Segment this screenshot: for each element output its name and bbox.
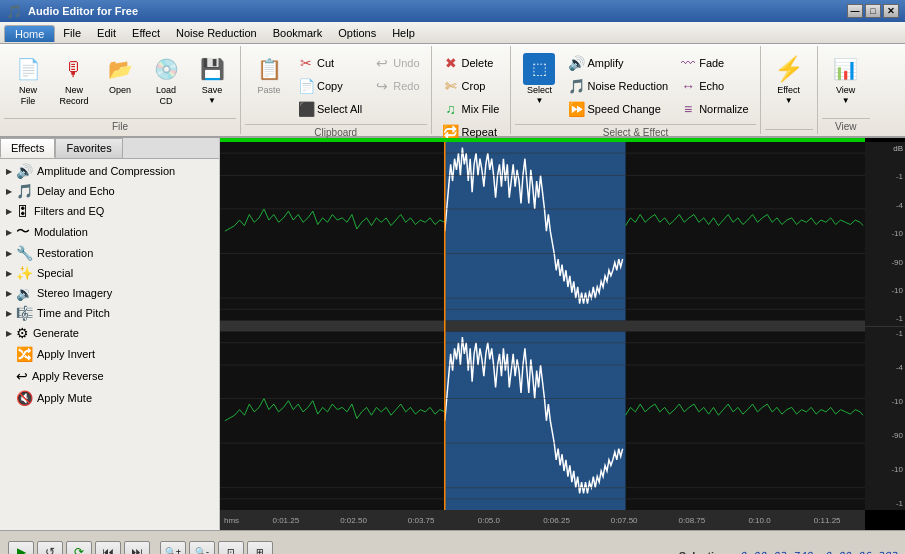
sidebar-item-restoration[interactable]: ▶ 🔧 Restoration — [0, 243, 219, 263]
time-pitch-icon: 🎼 — [16, 305, 33, 321]
undo-icon: ↩ — [374, 55, 390, 71]
speed-change-button[interactable]: ⏩ Speed Change — [563, 98, 673, 120]
expand-arrow-amplitude: ▶ — [6, 167, 12, 176]
select-effect-group-label: Select & Effect — [515, 124, 755, 138]
sidebar-item-apply-reverse[interactable]: ↩ Apply Reverse — [0, 365, 219, 387]
select-button[interactable]: ⬚ Select ▼ — [517, 50, 561, 108]
copy-button[interactable]: 📄 Copy — [293, 75, 367, 97]
waveform-container[interactable]: dB -1 -4 -10 -90 -10 -1 -1 -4 -10 -90 -1… — [220, 138, 905, 530]
sidebar-item-time-pitch[interactable]: ▶ 🎼 Time and Pitch — [0, 303, 219, 323]
generate-label: Generate — [33, 327, 79, 339]
play-button[interactable]: ▶ — [8, 541, 34, 555]
fade-button[interactable]: 〰 Fade — [675, 52, 754, 74]
save-icon: 💾 — [196, 53, 228, 85]
view-group-label: View — [822, 118, 870, 132]
new-record-button[interactable]: 🎙 NewRecord — [52, 50, 96, 110]
redo-button[interactable]: ↪ Redo — [369, 75, 424, 97]
zoom-fit-button[interactable]: ⊡ — [218, 541, 244, 555]
tab-favorites[interactable]: Favorites — [55, 138, 122, 158]
sidebar-items: ▶ 🔊 Amplitude and Compression ▶ 🎵 Delay … — [0, 159, 219, 411]
app-icon: 🎵 — [6, 4, 22, 19]
expand-arrow-restoration: ▶ — [6, 249, 12, 258]
speed-change-icon: ⏩ — [568, 101, 584, 117]
effect-button[interactable]: ⚡ Effect ▼ — [767, 50, 811, 108]
maximize-button[interactable]: □ — [865, 4, 881, 18]
time-pitch-label: Time and Pitch — [37, 307, 110, 319]
app-title: Audio Editor for Free — [28, 5, 138, 17]
selection-label: Selection: — [671, 550, 731, 554]
minimize-button[interactable]: — — [847, 4, 863, 18]
undo-label: Undo — [393, 57, 419, 69]
sidebar-item-delay[interactable]: ▶ 🎵 Delay and Echo — [0, 181, 219, 201]
sidebar-item-special[interactable]: ▶ ✨ Special — [0, 263, 219, 283]
crop-icon: ✄ — [443, 78, 459, 94]
menu-file[interactable]: File — [55, 25, 89, 41]
menu-noise[interactable]: Noise Reduction — [168, 25, 265, 41]
sidebar-item-amplitude[interactable]: ▶ 🔊 Amplitude and Compression — [0, 161, 219, 181]
ribbon-group-file: 📄 NewFile 🎙 NewRecord 📂 Open 💿 LoadCD 💾 … — [0, 46, 241, 134]
ribbon-group-view: 📊 View ▼ View — [818, 46, 874, 134]
open-button[interactable]: 📂 Open — [98, 50, 142, 99]
loop-button[interactable]: ⟳ — [66, 541, 92, 555]
tab-effects[interactable]: Effects — [0, 138, 55, 158]
new-file-button[interactable]: 📄 NewFile — [6, 50, 50, 110]
sidebar-tabs: Effects Favorites — [0, 138, 219, 159]
echo-button[interactable]: ↔ Echo — [675, 75, 754, 97]
noise-reduction-button[interactable]: 🎵 Noise Reduction — [563, 75, 673, 97]
select-label: Select — [527, 85, 552, 96]
modulation-icon: 〜 — [16, 223, 30, 241]
sidebar-item-generate[interactable]: ▶ ⚙ Generate — [0, 323, 219, 343]
paste-button[interactable]: 📋 Paste — [247, 50, 291, 99]
save-button[interactable]: 💾 Save ▼ — [190, 50, 234, 108]
load-cd-button[interactable]: 💿 LoadCD — [144, 50, 188, 110]
view-button[interactable]: 📊 View ▼ — [824, 50, 868, 108]
zoom-out-h-button[interactable]: 🔍- — [189, 541, 215, 555]
sidebar-item-apply-mute[interactable]: 🔇 Apply Mute — [0, 387, 219, 409]
menu-options[interactable]: Options — [330, 25, 384, 41]
effect-icon: ⚡ — [773, 53, 805, 85]
rewind-button[interactable]: ↺ — [37, 541, 63, 555]
echo-label: Echo — [699, 80, 724, 92]
sidebar-item-apply-invert[interactable]: 🔀 Apply Invert — [0, 343, 219, 365]
apply-mute-label: Apply Mute — [37, 392, 92, 404]
next-button[interactable]: ⏭ — [124, 541, 150, 555]
delete-label: Delete — [462, 57, 494, 69]
svg-rect-2 — [220, 320, 865, 331]
menu-edit[interactable]: Edit — [89, 25, 124, 41]
ribbon-group-clipboard: 📋 Paste ✂ Cut 📄 Copy ⬛ Select All — [241, 46, 432, 134]
new-record-label: NewRecord — [59, 85, 88, 107]
mix-file-button[interactable]: ♫ Mix File — [438, 98, 505, 120]
delay-label: Delay and Echo — [37, 185, 115, 197]
normalize-button[interactable]: ≡ Normalize — [675, 98, 754, 120]
delete-button[interactable]: ✖ Delete — [438, 52, 505, 74]
zoom-sel-button[interactable]: ⊞ — [247, 541, 273, 555]
sidebar-item-filters[interactable]: ▶ 🎛 Filters and EQ — [0, 201, 219, 221]
menu-effect[interactable]: Effect — [124, 25, 168, 41]
amplify-button[interactable]: 🔊 Amplify — [563, 52, 673, 74]
crop-button[interactable]: ✄ Crop — [438, 75, 505, 97]
waveform-area[interactable]: dB -1 -4 -10 -90 -10 -1 -1 -4 -10 -90 -1… — [220, 138, 905, 530]
menu-bookmark[interactable]: Bookmark — [265, 25, 331, 41]
undo-button[interactable]: ↩ Undo — [369, 52, 424, 74]
menu-home[interactable]: Home — [4, 25, 55, 42]
filters-icon: 🎛 — [16, 203, 30, 219]
sidebar-item-modulation[interactable]: ▶ 〜 Modulation — [0, 221, 219, 243]
expand-arrow-generate: ▶ — [6, 329, 12, 338]
echo-icon: ↔ — [680, 78, 696, 94]
load-cd-label: LoadCD — [156, 85, 176, 107]
prev-button[interactable]: ⏮ — [95, 541, 121, 555]
svg-rect-4 — [445, 332, 626, 510]
select-all-button[interactable]: ⬛ Select All — [293, 98, 367, 120]
cut-button[interactable]: ✂ Cut — [293, 52, 367, 74]
restoration-icon: 🔧 — [16, 245, 33, 261]
cut-icon: ✂ — [298, 55, 314, 71]
modulation-label: Modulation — [34, 226, 88, 238]
close-button[interactable]: ✕ — [883, 4, 899, 18]
apply-reverse-icon: ↩ — [16, 368, 28, 384]
progress-bar — [220, 138, 865, 142]
menu-help[interactable]: Help — [384, 25, 423, 41]
sidebar-item-stereo[interactable]: ▶ 🔉 Stereo Imagery — [0, 283, 219, 303]
waveform-svg[interactable] — [220, 142, 865, 510]
zoom-in-h-button[interactable]: 🔍+ — [160, 541, 186, 555]
special-icon: ✨ — [16, 265, 33, 281]
